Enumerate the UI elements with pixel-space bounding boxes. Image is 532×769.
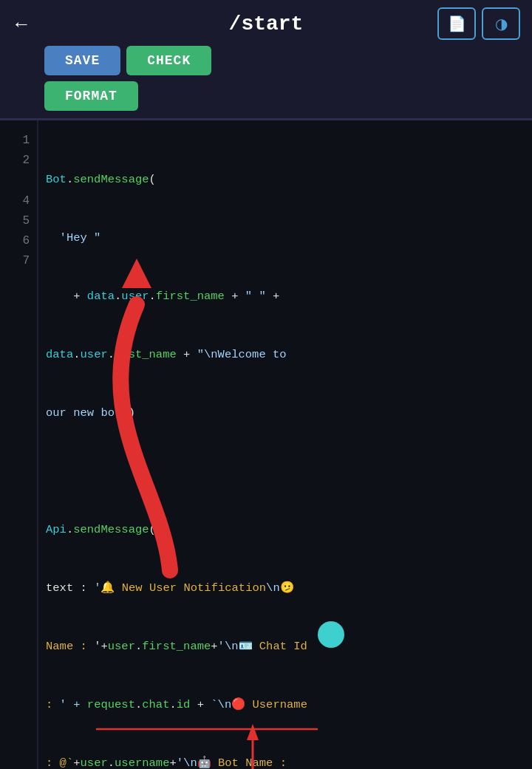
line-num (7, 171, 30, 191)
code-content[interactable]: Bot.sendMessage( 'Hey " + data.user.firs… (38, 120, 532, 769)
line-num: 4 (7, 191, 30, 211)
save-button[interactable]: SAVE (44, 46, 120, 75)
page-title: /start (229, 13, 304, 35)
format-button[interactable]: FORMAT (44, 81, 138, 111)
contrast-icon-button[interactable]: ◑ (482, 7, 520, 40)
toolbar-row1: SAVE CHECK (44, 46, 520, 75)
file-icon-button[interactable]: 📄 (437, 7, 476, 40)
file-icon: 📄 (448, 15, 466, 33)
code-line-3: + data.user.first_name + " " + (46, 287, 525, 306)
toolbar: SAVE CHECK FORMAT (0, 46, 532, 118)
line-num (7, 292, 30, 312)
line-numbers: 1 2 4 5 6 7 (0, 120, 38, 769)
code-line-11: : @`+user.username+'\n🤖 Bot Name : (46, 753, 525, 769)
code-line-9: Name : '+user.first_name+'\n🪪 Chat Id (46, 637, 525, 656)
code-line-2: 'Hey " (46, 228, 525, 247)
back-button[interactable]: ← (12, 14, 31, 33)
line-num: 7 (7, 251, 30, 271)
code-line-8: text : '🔔 New User Notification\n🫤 (46, 578, 525, 598)
line-num (7, 332, 30, 352)
code-line-5: our new bot") (46, 403, 525, 423)
line-num (7, 271, 30, 291)
line-num: 5 (7, 211, 30, 231)
line-num: 1 (7, 131, 30, 151)
line-num: 2 (7, 151, 30, 171)
contrast-icon: ◑ (495, 15, 508, 33)
code-line-10: : ' + request.chat.id + `\n🔴 Username (46, 695, 525, 714)
line-num (7, 352, 30, 372)
header-icons: 📄 ◑ (437, 7, 520, 40)
check-button[interactable]: CHECK (126, 46, 211, 75)
code-area: 1 2 4 5 6 7 Bot.sendMessage( 'Hey " + da… (0, 120, 532, 769)
code-line-7: Api.sendMessage({ (46, 520, 525, 539)
code-line-4: data.user.last_name + "\nWelcome to (46, 345, 525, 364)
line-num: 6 (7, 231, 30, 251)
line-num (7, 372, 30, 392)
code-line-1: Bot.sendMessage( (46, 170, 525, 189)
line-num (7, 312, 30, 332)
code-line-6 (46, 462, 525, 481)
header: ← /start 📄 ◑ (0, 0, 532, 46)
toolbar-row2: FORMAT (44, 81, 138, 111)
